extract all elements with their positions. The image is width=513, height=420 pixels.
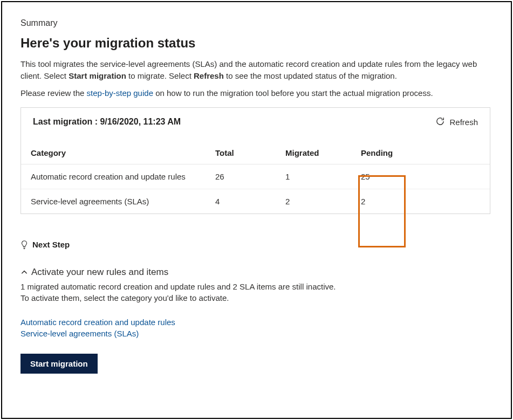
col-header-migrated: Migrated	[285, 143, 355, 164]
activate-title: Activate your new rules and items	[31, 267, 168, 278]
intro-bold-start: Start migration	[69, 71, 126, 80]
activate-line1: 1 migrated automatic record creation and…	[20, 281, 493, 292]
cell-total: 4	[215, 189, 285, 214]
cell-total: 26	[215, 164, 285, 189]
refresh-label: Refresh	[449, 118, 478, 127]
activate-body: 1 migrated automatic record creation and…	[20, 281, 493, 304]
col-header-extra	[415, 143, 490, 164]
cell-migrated: 1	[285, 164, 355, 189]
cell-category: Service-level agreements (SLAs)	[21, 189, 215, 214]
link-arc-rules[interactable]: Automatic record creation and update rul…	[20, 318, 175, 327]
next-step-label: Next Step	[32, 240, 70, 249]
last-migration-label: Last migration : 9/16/2020, 11:23 AM	[33, 117, 181, 127]
step-by-step-guide-link[interactable]: step-by-step guide	[87, 88, 153, 98]
activate-section-toggle[interactable]: Activate your new rules and items	[20, 267, 493, 278]
next-step-heading: Next Step	[20, 240, 493, 250]
cell-pending: 2	[355, 189, 415, 214]
cell-migrated: 2	[285, 189, 355, 214]
start-migration-button[interactable]: Start migration	[20, 354, 98, 374]
intro-bold-refresh: Refresh	[194, 71, 224, 80]
intro-post: to see the most updated status of the mi…	[224, 71, 397, 80]
migration-status-table: Category Total Migrated Pending Automati…	[21, 143, 490, 214]
migration-status-card: Last migration : 9/16/2020, 11:23 AM Ref…	[20, 107, 490, 214]
guide-post: on how to run the migration tool before …	[153, 88, 433, 98]
col-header-category: Category	[21, 143, 215, 164]
table-row: Automatic record creation and update rul…	[21, 164, 490, 189]
table-row: Service-level agreements (SLAs) 4 2 2	[21, 189, 490, 214]
cell-category: Automatic record creation and update rul…	[21, 164, 215, 189]
guide-pre: Please review the	[20, 88, 87, 98]
col-header-pending: Pending	[355, 143, 415, 164]
col-header-total: Total	[215, 143, 285, 164]
link-sla[interactable]: Service-level agreements (SLAs)	[20, 329, 139, 338]
intro-mid: to migrate. Select	[126, 71, 194, 80]
summary-label: Summary	[20, 18, 493, 28]
lightbulb-icon	[20, 240, 28, 250]
refresh-button[interactable]: Refresh	[435, 116, 478, 128]
cell-pending: 25	[355, 164, 415, 189]
refresh-icon	[435, 116, 445, 128]
category-links: Automatic record creation and update rul…	[20, 316, 493, 340]
table-header-row: Category Total Migrated Pending	[21, 143, 490, 164]
guide-paragraph: Please review the step-by-step guide on …	[20, 88, 493, 98]
intro-paragraph: This tool migrates the service-level agr…	[20, 58, 493, 82]
activate-line2: To activate them, select the category yo…	[20, 292, 493, 304]
chevron-up-icon	[20, 268, 28, 276]
page-title: Here's your migration status	[20, 36, 493, 51]
